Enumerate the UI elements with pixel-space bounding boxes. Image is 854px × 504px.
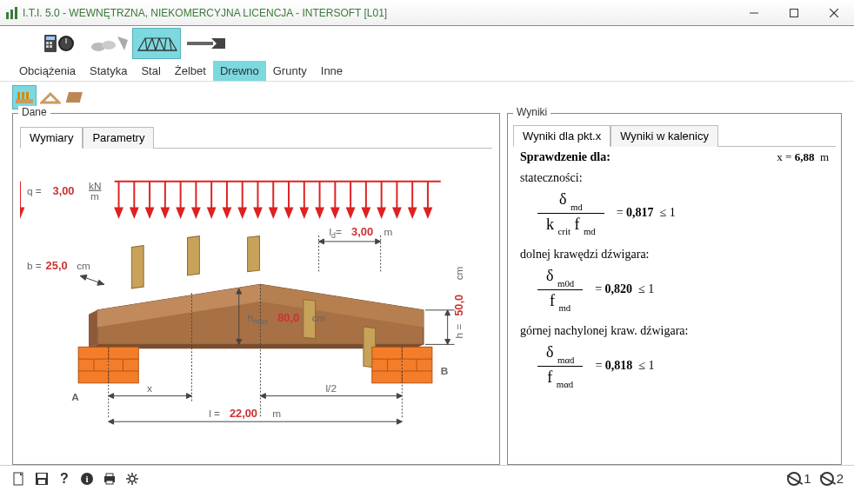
svg-marker-32 [20,208,23,216]
dim-ld [319,235,381,271]
svg-marker-89 [80,275,87,280]
row-3-den: f mαd [537,367,583,389]
hmax-value[interactable]: 80,0 [277,311,299,324]
row-2-frac: δ m0df md = 0,820 ≤ 1 [537,267,829,312]
subtool-beam-3[interactable] [64,85,89,109]
l-label: l = [209,408,220,420]
svg-rect-10 [50,42,52,44]
svg-rect-81 [188,236,200,275]
label-a: A [71,391,79,403]
tab-wyniki-pkt-x[interactable]: Wyniki dla pkt.x [513,125,610,147]
tab-wymiary[interactable]: Wymiary [20,127,83,149]
row-2-label: dolnej krawędzi dźwigara: [520,248,829,262]
b-unit: cm [77,260,90,272]
row-3-num: δ mαd [537,343,583,367]
menu-inne[interactable]: Inne [314,61,350,81]
b-value[interactable]: 25,0 [46,259,68,272]
main-toolbar [0,26,854,61]
svg-marker-93 [445,339,450,344]
label-b: B [441,365,449,377]
svg-rect-132 [106,481,113,484]
svg-line-18 [145,38,147,50]
svg-rect-11 [46,45,49,48]
dane-panel-title: Dane [18,106,50,118]
settings-icon[interactable] [123,470,141,487]
svg-rect-2 [15,7,17,19]
window-title: I.T.I. 5.0 - WEWNĘTRZNA, NIEKOMERCYJNA L… [23,7,734,19]
dim-h [425,310,455,344]
svg-rect-30 [26,92,29,99]
svg-marker-48 [224,208,230,216]
row-1-frac: δ mdk crit f md = 0,817 ≤ 1 [537,190,829,235]
svg-marker-60 [317,208,324,216]
dane-panel: Dane Wymiary Parametry q = 3,00 kN m [12,113,500,465]
arrow-set [116,182,431,216]
print-icon[interactable] [101,470,118,487]
tab-parametry[interactable]: Parametry [83,127,154,149]
svg-marker-42 [177,208,184,216]
close-button[interactable] [814,0,854,26]
svg-line-20 [152,38,156,50]
l-value[interactable]: 22,00 [230,407,257,420]
svg-marker-50 [239,208,246,216]
svg-marker-52 [255,208,262,216]
svg-rect-27 [16,99,33,103]
svg-rect-0 [6,12,9,19]
row-3-frac: δ mαdf mαd = 0,818 ≤ 1 [537,343,829,388]
minimize-button[interactable] [734,0,774,26]
svg-marker-44 [192,208,199,216]
row-2-num: δ m0d [537,267,583,290]
svg-marker-76 [319,239,324,244]
svg-marker-36 [130,208,137,216]
svg-marker-64 [347,208,354,216]
load-arrows [20,182,23,216]
svg-marker-116 [260,394,265,399]
save-icon[interactable] [33,470,50,487]
dane-tabs: Wymiary Parametry [20,126,492,149]
toolbar-truss-icon[interactable] [132,28,181,59]
tab-wyniki-kalenica[interactable]: Wyniki w kalenicy [610,125,718,147]
svg-line-138 [128,474,130,476]
svg-marker-34 [116,208,123,216]
ld-label: ld= [329,226,342,240]
menu-drewno[interactable]: Drewno [213,61,266,81]
info-icon[interactable]: i [78,470,96,487]
menu-stal[interactable]: Stal [134,61,167,81]
toolbar-calc-icon[interactable] [35,28,83,59]
svg-marker-122 [397,419,402,424]
svg-rect-80 [131,246,143,288]
menu-zelbet[interactable]: Żelbet [168,61,213,81]
status-indicator-1-icon [787,472,801,486]
svg-marker-70 [393,208,400,216]
status-indicator-2-icon [820,472,834,486]
svg-point-133 [130,476,135,481]
menu-grunty[interactable]: Grunty [266,61,314,81]
h-value[interactable]: 50,0 [452,295,465,316]
svg-marker-117 [397,394,402,399]
svg-marker-40 [162,208,169,216]
wyniki-panel: Wyniki Wyniki dla pkt.x Wyniki w kalenic… [507,113,842,465]
dim-b [80,275,104,285]
menu-statyka[interactable]: Statyka [83,61,134,81]
new-icon[interactable] [10,470,28,487]
svg-marker-121 [109,419,114,424]
menu-obciazenia[interactable]: Obciążenia [12,61,83,81]
svg-line-22 [159,38,164,50]
help-icon[interactable]: ? [56,470,73,487]
q-unit-den: m [90,190,99,202]
svg-marker-66 [363,208,370,216]
toolbar-wrench-icon[interactable] [181,28,230,59]
ld-value[interactable]: 3,00 [351,225,373,238]
q-value[interactable]: 3,00 [53,184,75,197]
svg-rect-28 [17,92,20,99]
toolbar-load-icon[interactable] [83,28,132,59]
maximize-button[interactable] [774,0,814,26]
svg-rect-29 [22,92,24,99]
svg-text:i: i [85,474,88,484]
h-label: h = [453,324,465,339]
svg-rect-126 [37,474,46,478]
svg-rect-127 [38,480,45,484]
svg-line-140 [135,474,137,476]
svg-marker-62 [331,208,338,216]
x-label: x [147,382,152,395]
